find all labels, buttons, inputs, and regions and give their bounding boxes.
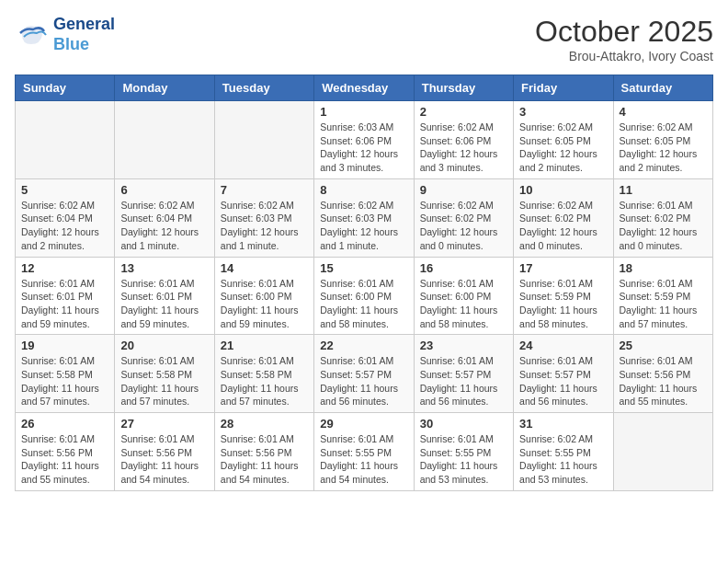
day-number: 18 <box>620 261 707 275</box>
month-title: October 2025 <box>535 15 713 49</box>
day-number: 12 <box>21 261 108 275</box>
day-number: 19 <box>21 339 108 352</box>
calendar-cell: 28Sunrise: 6:01 AM Sunset: 5:56 PM Dayli… <box>214 413 313 491</box>
day-number: 23 <box>420 339 507 352</box>
day-info: Sunrise: 6:01 AM Sunset: 5:58 PM Dayligh… <box>120 354 208 408</box>
day-number: 4 <box>620 105 707 119</box>
day-number: 1 <box>320 105 407 119</box>
calendar-cell: 21Sunrise: 6:01 AM Sunset: 5:58 PM Dayli… <box>214 335 313 413</box>
day-info: Sunrise: 6:02 AM Sunset: 6:04 PM Dayligh… <box>120 199 208 253</box>
day-info: Sunrise: 6:02 AM Sunset: 6:05 PM Dayligh… <box>519 121 607 175</box>
day-info: Sunrise: 6:02 AM Sunset: 6:05 PM Dayligh… <box>620 121 707 175</box>
calendar-cell: 20Sunrise: 6:01 AM Sunset: 5:58 PM Dayli… <box>115 335 214 413</box>
calendar-table: SundayMondayTuesdayWednesdayThursdayFrid… <box>15 75 713 491</box>
calendar-cell: 15Sunrise: 6:01 AM Sunset: 6:00 PM Dayli… <box>314 257 414 335</box>
day-info: Sunrise: 6:01 AM Sunset: 5:55 PM Dayligh… <box>420 432 507 487</box>
weekday-header-row: SundayMondayTuesdayWednesdayThursdayFrid… <box>16 75 713 101</box>
day-info: Sunrise: 6:01 AM Sunset: 5:58 PM Dayligh… <box>21 354 108 408</box>
weekday-header-sunday: Sunday <box>16 75 115 101</box>
day-number: 29 <box>320 417 407 431</box>
calendar-cell: 27Sunrise: 6:01 AM Sunset: 5:56 PM Dayli… <box>115 413 214 491</box>
calendar-cell: 31Sunrise: 6:02 AM Sunset: 5:55 PM Dayli… <box>514 413 613 491</box>
day-info: Sunrise: 6:01 AM Sunset: 6:01 PM Dayligh… <box>120 277 208 331</box>
calendar-cell: 17Sunrise: 6:01 AM Sunset: 5:59 PM Dayli… <box>514 257 613 335</box>
calendar-cell: 2Sunrise: 6:02 AM Sunset: 6:06 PM Daylig… <box>414 101 513 179</box>
calendar-cell: 23Sunrise: 6:01 AM Sunset: 5:57 PM Dayli… <box>414 335 513 413</box>
day-number: 2 <box>420 105 507 119</box>
day-number: 26 <box>21 417 108 431</box>
weekday-header-wednesday: Wednesday <box>314 75 414 101</box>
calendar-cell <box>16 101 115 179</box>
day-info: Sunrise: 6:01 AM Sunset: 5:56 PM Dayligh… <box>221 432 308 487</box>
day-number: 17 <box>519 261 607 275</box>
calendar-week-3: 12Sunrise: 6:01 AM Sunset: 6:01 PM Dayli… <box>16 257 713 335</box>
weekday-header-monday: Monday <box>115 75 214 101</box>
calendar-cell: 11Sunrise: 6:01 AM Sunset: 6:02 PM Dayli… <box>613 178 712 257</box>
day-info: Sunrise: 6:01 AM Sunset: 5:57 PM Dayligh… <box>519 354 607 408</box>
calendar-cell: 29Sunrise: 6:01 AM Sunset: 5:55 PM Dayli… <box>314 413 414 491</box>
day-info: Sunrise: 6:01 AM Sunset: 6:01 PM Dayligh… <box>21 277 108 331</box>
day-number: 15 <box>320 261 407 275</box>
weekday-header-tuesday: Tuesday <box>214 75 313 101</box>
day-number: 21 <box>221 339 308 352</box>
day-info: Sunrise: 6:01 AM Sunset: 6:00 PM Dayligh… <box>320 277 407 331</box>
calendar-week-4: 19Sunrise: 6:01 AM Sunset: 5:58 PM Dayli… <box>16 335 713 413</box>
day-info: Sunrise: 6:02 AM Sunset: 6:03 PM Dayligh… <box>221 199 308 253</box>
day-number: 22 <box>320 339 407 352</box>
calendar-cell: 16Sunrise: 6:01 AM Sunset: 6:00 PM Dayli… <box>414 257 513 335</box>
day-number: 5 <box>21 183 108 197</box>
calendar-cell: 14Sunrise: 6:01 AM Sunset: 6:00 PM Dayli… <box>214 257 313 335</box>
calendar-cell: 8Sunrise: 6:02 AM Sunset: 6:03 PM Daylig… <box>314 178 414 257</box>
calendar-cell: 30Sunrise: 6:01 AM Sunset: 5:55 PM Dayli… <box>414 413 513 491</box>
calendar-cell: 25Sunrise: 6:01 AM Sunset: 5:56 PM Dayli… <box>613 335 712 413</box>
day-number: 31 <box>519 417 607 431</box>
day-info: Sunrise: 6:02 AM Sunset: 6:02 PM Dayligh… <box>519 199 607 253</box>
day-number: 30 <box>420 417 507 431</box>
logo: General Blue <box>15 15 115 54</box>
day-info: Sunrise: 6:02 AM Sunset: 6:03 PM Dayligh… <box>320 199 407 253</box>
calendar-cell: 13Sunrise: 6:01 AM Sunset: 6:01 PM Dayli… <box>115 257 214 335</box>
day-number: 16 <box>420 261 507 275</box>
day-number: 24 <box>519 339 607 352</box>
calendar-cell: 19Sunrise: 6:01 AM Sunset: 5:58 PM Dayli… <box>16 335 115 413</box>
calendar-cell: 5Sunrise: 6:02 AM Sunset: 6:04 PM Daylig… <box>16 178 115 257</box>
day-info: Sunrise: 6:01 AM Sunset: 5:56 PM Dayligh… <box>21 432 108 487</box>
day-info: Sunrise: 6:01 AM Sunset: 5:59 PM Dayligh… <box>620 277 707 331</box>
calendar-week-5: 26Sunrise: 6:01 AM Sunset: 5:56 PM Dayli… <box>16 413 713 491</box>
calendar-cell <box>115 101 214 179</box>
calendar-week-2: 5Sunrise: 6:02 AM Sunset: 6:04 PM Daylig… <box>16 178 713 257</box>
day-info: Sunrise: 6:01 AM Sunset: 6:00 PM Dayligh… <box>420 277 507 331</box>
calendar-cell: 12Sunrise: 6:01 AM Sunset: 6:01 PM Dayli… <box>16 257 115 335</box>
calendar-cell: 1Sunrise: 6:03 AM Sunset: 6:06 PM Daylig… <box>314 101 414 179</box>
calendar-cell: 4Sunrise: 6:02 AM Sunset: 6:05 PM Daylig… <box>613 101 712 179</box>
logo-icon <box>15 18 48 52</box>
day-number: 9 <box>420 183 507 197</box>
day-info: Sunrise: 6:03 AM Sunset: 6:06 PM Dayligh… <box>320 121 407 175</box>
day-info: Sunrise: 6:01 AM Sunset: 5:57 PM Dayligh… <box>320 354 407 408</box>
day-info: Sunrise: 6:02 AM Sunset: 6:04 PM Dayligh… <box>21 199 108 253</box>
calendar-cell: 9Sunrise: 6:02 AM Sunset: 6:02 PM Daylig… <box>414 178 513 257</box>
logo-text: General Blue <box>53 15 115 54</box>
calendar-week-1: 1Sunrise: 6:03 AM Sunset: 6:06 PM Daylig… <box>16 101 713 179</box>
calendar-cell: 10Sunrise: 6:02 AM Sunset: 6:02 PM Dayli… <box>514 178 613 257</box>
day-info: Sunrise: 6:01 AM Sunset: 6:02 PM Dayligh… <box>620 199 707 253</box>
calendar-cell: 3Sunrise: 6:02 AM Sunset: 6:05 PM Daylig… <box>514 101 613 179</box>
day-number: 14 <box>221 261 308 275</box>
day-number: 3 <box>519 105 607 119</box>
day-number: 13 <box>120 261 208 275</box>
calendar-cell: 6Sunrise: 6:02 AM Sunset: 6:04 PM Daylig… <box>115 178 214 257</box>
day-info: Sunrise: 6:01 AM Sunset: 5:55 PM Dayligh… <box>320 432 407 487</box>
day-info: Sunrise: 6:02 AM Sunset: 5:55 PM Dayligh… <box>519 432 607 487</box>
day-info: Sunrise: 6:01 AM Sunset: 5:58 PM Dayligh… <box>221 354 308 408</box>
calendar-cell: 18Sunrise: 6:01 AM Sunset: 5:59 PM Dayli… <box>613 257 712 335</box>
calendar-cell: 26Sunrise: 6:01 AM Sunset: 5:56 PM Dayli… <box>16 413 115 491</box>
day-number: 27 <box>120 417 208 431</box>
day-info: Sunrise: 6:01 AM Sunset: 6:00 PM Dayligh… <box>221 277 308 331</box>
day-info: Sunrise: 6:02 AM Sunset: 6:02 PM Dayligh… <box>420 199 507 253</box>
calendar-cell: 22Sunrise: 6:01 AM Sunset: 5:57 PM Dayli… <box>314 335 414 413</box>
calendar-cell <box>613 413 712 491</box>
day-info: Sunrise: 6:01 AM Sunset: 5:56 PM Dayligh… <box>620 354 707 408</box>
weekday-header-thursday: Thursday <box>414 75 513 101</box>
day-info: Sunrise: 6:01 AM Sunset: 5:59 PM Dayligh… <box>519 277 607 331</box>
day-number: 28 <box>221 417 308 431</box>
